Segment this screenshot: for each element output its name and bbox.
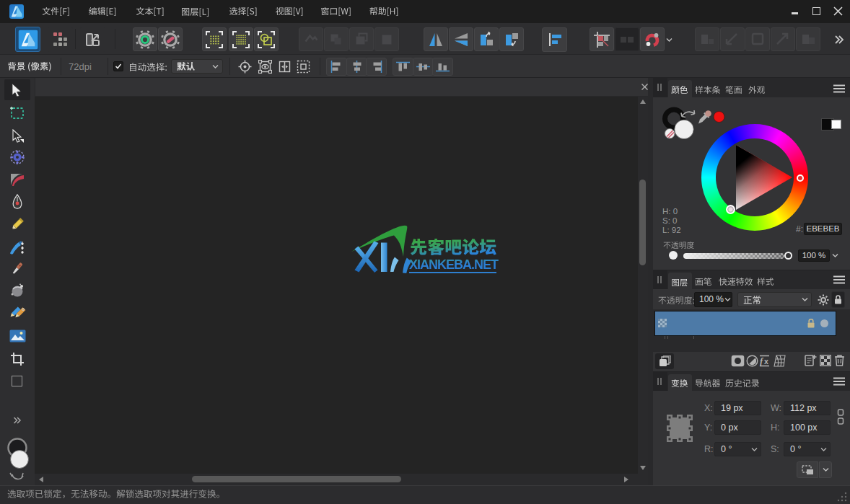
svg-text:x: x — [764, 357, 768, 366]
